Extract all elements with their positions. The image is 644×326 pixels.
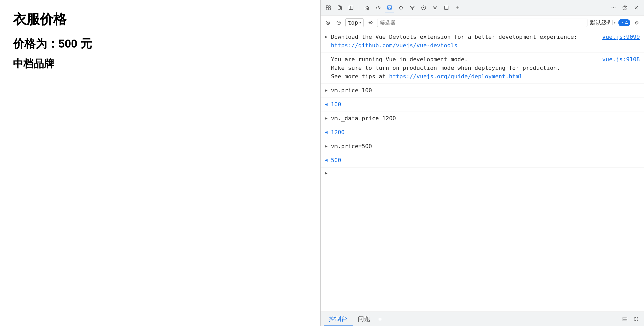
result3-value: 500 — [331, 156, 341, 164]
count-value: 4 — [625, 20, 628, 26]
console-entry-devtools: ▶ Download the Vue Devtools extension fo… — [321, 30, 644, 52]
add-panel-button[interactable]: + — [375, 314, 385, 324]
svg-point-15 — [434, 7, 436, 9]
result1-arrow: ◀ — [325, 101, 329, 108]
filter-input[interactable] — [377, 19, 587, 27]
result2-arrow: ◀ — [325, 128, 329, 135]
cmd1-arrow[interactable]: ▶ — [325, 87, 329, 94]
svg-point-21 — [613, 7, 614, 8]
msg-line2b: Make sure to turn on production mode whe… — [331, 64, 595, 72]
svg-point-22 — [615, 7, 616, 8]
add-tab-icon[interactable] — [453, 3, 462, 12]
svg-rect-3 — [329, 8, 330, 10]
context-label: top — [348, 19, 358, 26]
page-title: 衣服价格 — [13, 10, 307, 28]
layers-icon[interactable] — [442, 3, 451, 12]
msg-line2c: See more tips at https://vuejs.org/guide… — [331, 72, 595, 81]
filter-icon[interactable] — [335, 19, 343, 27]
svg-rect-1 — [329, 6, 330, 7]
log-level-selector[interactable]: 默认级别 ▾ — [590, 19, 616, 27]
bug-icon[interactable] — [396, 3, 406, 12]
devtools-panel: top ▾ 👁 默认级别 ▾ 4 ⚙ ▶ Download the Vue De… — [320, 0, 644, 326]
svg-rect-16 — [445, 6, 448, 10]
msg-line2a: You are running Vue in development mode. — [331, 55, 595, 64]
console-entry-cmd2: ▶ vm._data.price=1200 — [321, 111, 644, 125]
source-icon[interactable] — [374, 3, 383, 12]
cmd3-arrow[interactable]: ▶ — [325, 142, 329, 149]
bottom-tab-issues[interactable]: 问题 — [353, 312, 375, 326]
source-link-9099[interactable]: vue.js:9099 — [597, 33, 640, 41]
network-icon[interactable] — [408, 3, 417, 12]
svg-rect-4 — [338, 6, 340, 9]
console-entry-devmode: ▶ You are running Vue in development mod… — [321, 52, 644, 84]
svg-rect-2 — [326, 8, 328, 10]
cmd2-text: vm._data.price=1200 — [331, 114, 640, 123]
source-link-9108[interactable]: vue.js:9108 — [597, 55, 640, 64]
console-entry-result3: ◀ 500 — [321, 153, 644, 167]
devtools-toolbar — [321, 0, 644, 16]
svg-point-14 — [423, 7, 424, 8]
svg-point-12 — [412, 9, 413, 10]
svg-rect-0 — [326, 6, 328, 7]
svg-line-8 — [378, 6, 379, 9]
console-entry-cmd1: ▶ vm.price=100 — [321, 84, 644, 97]
console-settings-icon[interactable]: ⚙ — [633, 19, 641, 27]
console-input-row: ▶ — [321, 167, 644, 178]
more-options-icon[interactable] — [609, 3, 618, 12]
cmd1-text: vm.price=100 — [331, 86, 640, 95]
msg-line1: Download the Vue Devtools extension for … — [331, 33, 595, 41]
console-input[interactable] — [329, 170, 640, 176]
brand-display: 中档品牌 — [13, 57, 307, 71]
expand-icon[interactable]: ▶ — [325, 33, 329, 40]
bottom-bar: 控制台 问题 + — [321, 312, 644, 326]
log-level-label: 默认级别 — [590, 19, 613, 27]
left-pane: 衣服价格 价格为：500 元 中档品牌 — [0, 0, 320, 326]
console-entry-cmd3: ▶ vm.price=500 — [321, 139, 644, 153]
console-toolbar: top ▾ 👁 默认级别 ▾ 4 ⚙ — [321, 16, 644, 30]
result1-value: 100 — [331, 100, 341, 109]
bottom-expand-icon[interactable] — [632, 314, 641, 324]
svg-rect-6 — [349, 6, 353, 10]
console-tab-icon[interactable] — [385, 3, 394, 12]
message-count-badge: 4 — [618, 19, 630, 26]
context-selector[interactable]: top ▾ — [345, 18, 364, 27]
result2-value: 1200 — [331, 128, 345, 137]
inspect-icon[interactable] — [324, 3, 333, 12]
msg-content: Download the Vue Devtools extension for … — [331, 33, 595, 50]
settings-icon[interactable] — [430, 3, 440, 12]
price-display: 价格为：500 元 — [13, 36, 307, 51]
console-entry-result2: ◀ 1200 — [321, 125, 644, 139]
cmd2-arrow[interactable]: ▶ — [325, 115, 329, 122]
help-icon[interactable] — [620, 3, 630, 12]
eye-icon[interactable]: 👁 — [366, 19, 375, 27]
device-toggle-icon[interactable] — [335, 3, 344, 12]
svg-point-11 — [400, 7, 402, 9]
console-entry-result1: ◀ 100 — [321, 97, 644, 111]
context-arrow-icon: ▾ — [359, 20, 362, 25]
svg-point-24 — [625, 9, 625, 9]
console-output: ▶ Download the Vue Devtools extension fo… — [321, 30, 644, 312]
cmd3-text: vm.price=500 — [331, 142, 640, 150]
sidebar-icon[interactable] — [346, 3, 356, 12]
devtools-link[interactable]: https://github.com/vuejs/vue-devtools — [331, 41, 595, 50]
performance-icon[interactable] — [419, 3, 428, 12]
svg-rect-35 — [623, 317, 627, 321]
deployment-link[interactable]: https://vuejs.org/guide/deployment.html — [389, 73, 523, 80]
close-devtools-icon[interactable] — [632, 3, 641, 12]
bottom-right-icons — [620, 314, 641, 324]
bottom-dock-icon[interactable] — [620, 314, 630, 324]
input-prompt-icon: ▶ — [325, 170, 328, 176]
home-icon[interactable] — [362, 3, 371, 12]
msg-content-2: You are running Vue in development mode.… — [331, 55, 595, 81]
bottom-tab-console[interactable]: 控制台 — [324, 312, 353, 326]
svg-rect-9 — [387, 6, 392, 9]
separator — [359, 5, 359, 11]
result3-arrow: ◀ — [325, 156, 329, 163]
svg-point-20 — [612, 7, 612, 8]
clear-console-icon[interactable] — [324, 19, 332, 27]
level-arrow-icon: ▾ — [614, 21, 616, 25]
